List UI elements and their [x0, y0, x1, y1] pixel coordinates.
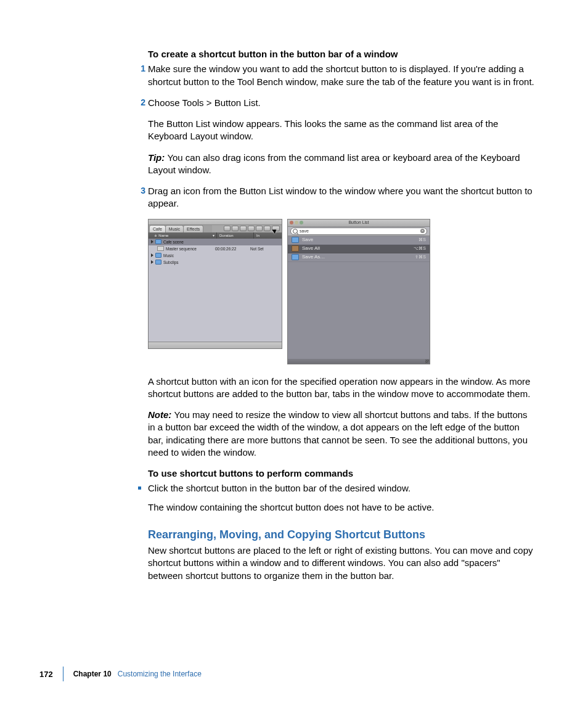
button-list-body: Save ⌘S Save All ⌥⌘S Save As… ⇧⌘S — [288, 236, 430, 359]
body-column: To create a shortcut button in the butto… — [148, 48, 536, 582]
browser-row[interactable]: Subclips — [149, 259, 282, 266]
page-number: 172 — [39, 670, 53, 679]
item-label: Save All — [302, 245, 320, 252]
bin-icon — [155, 239, 161, 244]
browser-titlebar — [149, 220, 282, 225]
browser-statusbar — [149, 342, 282, 348]
step-1-text: Make sure the window you want to add the… — [148, 64, 534, 86]
chapter-label: Chapter 10 — [73, 670, 112, 678]
document-page: To create a shortcut button in the butto… — [0, 0, 588, 706]
browser-row[interactable]: Master sequence 00:00:26:22 Not Set — [149, 245, 282, 252]
bullet-text: Click the shortcut button in the button … — [148, 483, 410, 493]
tip-label: Tip: — [148, 152, 167, 163]
search-icon — [293, 229, 298, 234]
item-shortcut: ⌘S — [419, 237, 426, 242]
item-label: Save — [302, 237, 313, 244]
tip-paragraph: Tip: You can also drag icons from the co… — [148, 152, 536, 177]
embedded-screenshot: Cafe Music Effects — [148, 219, 536, 364]
search-input[interactable]: save × — [290, 228, 427, 235]
list-item[interactable]: Save All ⌥⌘S — [288, 245, 430, 253]
heading-rearranging: Rearranging, Moving, and Copying Shortcu… — [148, 527, 536, 542]
search-bar: save × — [288, 227, 430, 236]
rearrange-body: New shortcut buttons are placed to the l… — [148, 544, 536, 582]
step-number: 3 — [137, 185, 145, 197]
shortcut-button[interactable] — [224, 226, 231, 231]
tip-text: You can also drag icons from the command… — [148, 152, 520, 175]
browser-tab[interactable]: Music — [165, 225, 184, 232]
col-duration[interactable]: Duration — [217, 232, 254, 239]
step-number: 2 — [137, 97, 145, 109]
step-2: 2 Choose Tools > Button List. — [148, 97, 536, 109]
item-shortcut: ⇧⌘S — [415, 254, 426, 260]
shortcut-button[interactable] — [264, 226, 271, 231]
list-item[interactable]: Save As… ⇧⌘S — [288, 253, 430, 262]
col-name[interactable]: èName▾ — [149, 232, 217, 239]
browser-window: Cafe Music Effects — [148, 219, 282, 349]
shortcut-button-dragged[interactable] — [272, 226, 280, 231]
shortcut-button[interactable] — [232, 226, 239, 231]
step-2-text: Choose Tools > Button List. — [148, 97, 261, 108]
save-as-icon — [292, 254, 299, 260]
note-text: You may need to resize the window to vie… — [148, 409, 528, 458]
browser-tabstrip: Cafe Music Effects — [149, 225, 282, 232]
item-shortcut: ⌥⌘S — [414, 245, 426, 251]
browser-tab[interactable]: Effects — [183, 225, 203, 232]
sequence-icon — [157, 246, 164, 251]
shortcut-button-bar — [212, 225, 282, 232]
bullet-item: Click the shortcut button in the button … — [148, 482, 536, 495]
window-titlebar[interactable]: Button List — [288, 220, 430, 227]
step-3-text: Drag an icon from the Button List window… — [148, 186, 533, 208]
chapter-title: Customizing the Interface — [118, 670, 202, 678]
col-in[interactable]: In — [254, 232, 282, 239]
item-label: Save As… — [302, 254, 325, 261]
note-paragraph: Note: You may need to resize the window … — [148, 409, 536, 459]
clear-icon[interactable]: × — [420, 229, 425, 233]
note-label: Note: — [148, 409, 174, 420]
page-footer: 172 Chapter 10 Customizing the Interface — [39, 665, 545, 683]
shortcut-button[interactable] — [256, 226, 263, 231]
disclosure-icon[interactable] — [151, 240, 153, 244]
browser-body: Cafe scene Master sequence 00:00:26:22 N… — [149, 239, 282, 342]
step-3: 3 Drag an icon from the Button List wind… — [148, 185, 536, 210]
heading-use-shortcut: To use shortcut buttons to perform comma… — [148, 467, 536, 480]
browser-row[interactable]: Music — [149, 252, 282, 259]
step-1: 1 Make sure the window you want to add t… — [148, 63, 536, 88]
shortcut-button[interactable] — [240, 226, 247, 231]
step-number: 1 — [137, 63, 145, 75]
button-list-window: Button List save × Save ⌘S — [287, 219, 430, 364]
save-all-icon — [292, 245, 299, 252]
heading-create-shortcut: To create a shortcut button in the butto… — [148, 48, 536, 60]
list-item[interactable]: Save ⌘S — [288, 236, 430, 245]
search-text: save — [300, 228, 309, 234]
resize-handle[interactable] — [288, 359, 430, 364]
disclosure-icon[interactable] — [151, 260, 153, 264]
footer-divider — [63, 667, 63, 681]
disclosure-icon[interactable] — [151, 253, 153, 257]
browser-row[interactable]: Cafe scene — [149, 239, 282, 245]
bin-icon — [155, 253, 161, 258]
bin-icon — [155, 260, 161, 265]
shortcut-button[interactable] — [248, 226, 255, 231]
use-followup: The window containing the shortcut butto… — [148, 501, 536, 514]
step-2-followup: The Button List window appears. This loo… — [148, 118, 536, 143]
window-title: Button List — [288, 220, 430, 225]
save-icon — [292, 237, 299, 243]
browser-tab[interactable]: Cafe — [149, 225, 166, 232]
result-paragraph: A shortcut button with an icon for the s… — [148, 376, 536, 401]
browser-column-header: èName▾ Duration In — [149, 232, 282, 239]
